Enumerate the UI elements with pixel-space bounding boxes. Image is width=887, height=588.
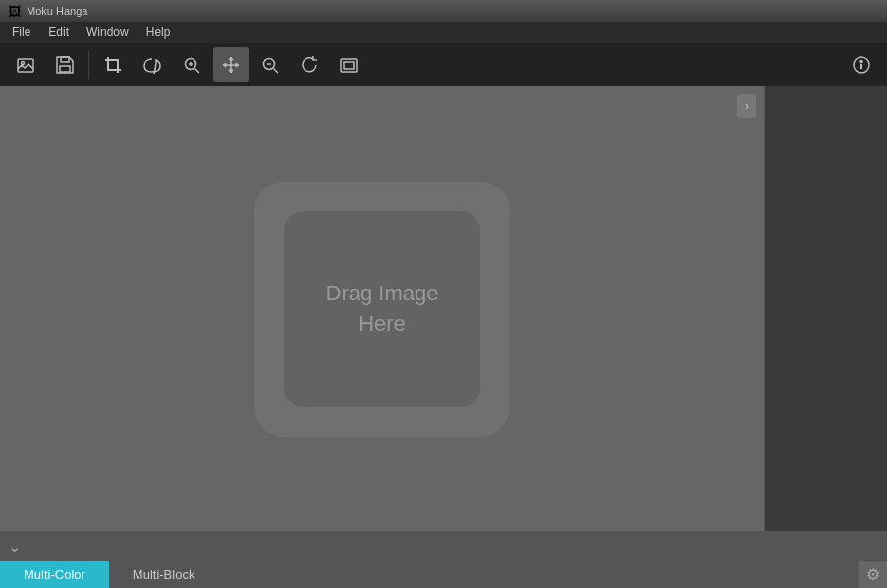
fit-btn[interactable] bbox=[331, 47, 366, 82]
bottom-tabs: Multi-Color Multi-Block ⚙ bbox=[0, 561, 887, 588]
save-btn[interactable] bbox=[47, 47, 83, 82]
svg-rect-3 bbox=[60, 66, 70, 72]
right-panel bbox=[764, 86, 887, 531]
svg-line-6 bbox=[195, 69, 200, 74]
sidebar-toggle-btn[interactable]: › bbox=[737, 94, 756, 118]
drop-zone[interactable]: Drag Image Here bbox=[254, 182, 510, 437]
rotate-btn[interactable] bbox=[292, 47, 327, 82]
menu-file[interactable]: File bbox=[4, 24, 38, 41]
canvas-area: › Drag Image Here bbox=[0, 86, 764, 531]
menu-bar: File Edit Window Help bbox=[0, 22, 887, 43]
multi-block-tab[interactable]: Multi-Block bbox=[109, 561, 219, 588]
svg-line-12 bbox=[274, 69, 279, 74]
main-area: › Drag Image Here bbox=[0, 86, 887, 531]
zoom-out-btn[interactable] bbox=[252, 47, 288, 82]
svg-rect-15 bbox=[344, 62, 354, 69]
drop-text-line1: Drag Image bbox=[326, 281, 439, 305]
menu-edit[interactable]: Edit bbox=[40, 24, 77, 41]
image-open-btn[interactable] bbox=[8, 47, 43, 82]
lasso-btn[interactable] bbox=[135, 47, 170, 82]
info-btn[interactable] bbox=[844, 47, 879, 82]
multi-color-tab[interactable]: Multi-Color bbox=[0, 561, 109, 588]
svg-rect-0 bbox=[18, 59, 33, 72]
drop-text-line2: Here bbox=[359, 311, 406, 336]
menu-help[interactable]: Help bbox=[139, 24, 179, 41]
scroll-chevron-down[interactable]: ⌄ bbox=[8, 537, 21, 556]
menu-window[interactable]: Window bbox=[79, 24, 137, 41]
svg-line-4 bbox=[154, 64, 156, 74]
zoom-in-btn[interactable] bbox=[174, 47, 209, 82]
toolbar-sep-1 bbox=[88, 51, 89, 79]
app-icon: 🖼 bbox=[8, 4, 21, 19]
crop-btn[interactable] bbox=[95, 47, 131, 82]
bottom-right-btn[interactable]: ⚙ bbox=[859, 561, 887, 588]
scroll-bar-area: ⌄ bbox=[0, 531, 887, 561]
toolbar bbox=[0, 43, 887, 86]
title-bar: 🖼 Moku Hanga bbox=[0, 0, 887, 22]
svg-rect-2 bbox=[61, 57, 69, 62]
move-btn[interactable] bbox=[213, 47, 249, 82]
drop-zone-inner: Drag Image Here bbox=[284, 211, 480, 407]
drop-zone-text: Drag Image Here bbox=[326, 279, 439, 340]
svg-point-18 bbox=[860, 61, 862, 63]
title-bar-text: Moku Hanga bbox=[27, 5, 87, 17]
